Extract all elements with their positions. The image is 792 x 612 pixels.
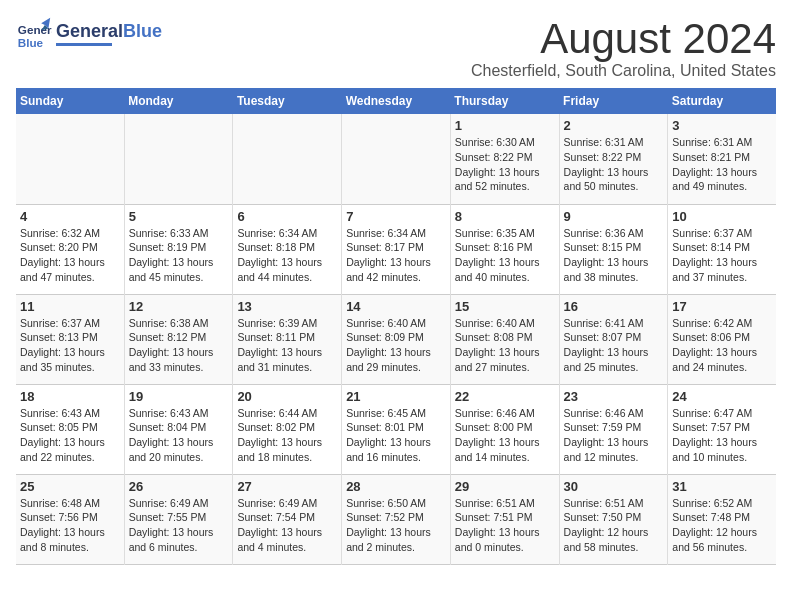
calendar-cell: 11Sunrise: 6:37 AM Sunset: 8:13 PM Dayli… (16, 294, 124, 384)
calendar-cell (233, 114, 342, 204)
day-number: 8 (455, 209, 555, 224)
logo: General Blue GeneralBlue (16, 16, 162, 52)
day-info: Sunrise: 6:49 AM Sunset: 7:54 PM Dayligh… (237, 496, 337, 555)
day-info: Sunrise: 6:51 AM Sunset: 7:51 PM Dayligh… (455, 496, 555, 555)
day-info: Sunrise: 6:34 AM Sunset: 8:17 PM Dayligh… (346, 226, 446, 285)
day-number: 3 (672, 118, 772, 133)
day-info: Sunrise: 6:48 AM Sunset: 7:56 PM Dayligh… (20, 496, 120, 555)
day-info: Sunrise: 6:30 AM Sunset: 8:22 PM Dayligh… (455, 135, 555, 194)
calendar-week-row: 4Sunrise: 6:32 AM Sunset: 8:20 PM Daylig… (16, 204, 776, 294)
day-info: Sunrise: 6:39 AM Sunset: 8:11 PM Dayligh… (237, 316, 337, 375)
title-section: August 2024 Chesterfield, South Carolina… (471, 16, 776, 80)
calendar-cell: 19Sunrise: 6:43 AM Sunset: 8:04 PM Dayli… (124, 384, 233, 474)
day-info: Sunrise: 6:41 AM Sunset: 8:07 PM Dayligh… (564, 316, 664, 375)
day-number: 22 (455, 389, 555, 404)
day-info: Sunrise: 6:42 AM Sunset: 8:06 PM Dayligh… (672, 316, 772, 375)
calendar-cell: 15Sunrise: 6:40 AM Sunset: 8:08 PM Dayli… (450, 294, 559, 384)
logo-general: General (56, 21, 123, 41)
day-number: 9 (564, 209, 664, 224)
calendar-table: SundayMondayTuesdayWednesdayThursdayFrid… (16, 88, 776, 565)
logo-icon: General Blue (16, 16, 52, 52)
day-number: 18 (20, 389, 120, 404)
calendar-week-row: 25Sunrise: 6:48 AM Sunset: 7:56 PM Dayli… (16, 474, 776, 564)
calendar-cell: 18Sunrise: 6:43 AM Sunset: 8:05 PM Dayli… (16, 384, 124, 474)
day-number: 11 (20, 299, 120, 314)
calendar-cell (342, 114, 451, 204)
day-info: Sunrise: 6:50 AM Sunset: 7:52 PM Dayligh… (346, 496, 446, 555)
calendar-cell: 16Sunrise: 6:41 AM Sunset: 8:07 PM Dayli… (559, 294, 668, 384)
calendar-cell: 20Sunrise: 6:44 AM Sunset: 8:02 PM Dayli… (233, 384, 342, 474)
calendar-cell: 22Sunrise: 6:46 AM Sunset: 8:00 PM Dayli… (450, 384, 559, 474)
calendar-week-row: 1Sunrise: 6:30 AM Sunset: 8:22 PM Daylig… (16, 114, 776, 204)
day-info: Sunrise: 6:40 AM Sunset: 8:08 PM Dayligh… (455, 316, 555, 375)
day-number: 30 (564, 479, 664, 494)
day-info: Sunrise: 6:37 AM Sunset: 8:13 PM Dayligh… (20, 316, 120, 375)
calendar-week-row: 11Sunrise: 6:37 AM Sunset: 8:13 PM Dayli… (16, 294, 776, 384)
day-number: 28 (346, 479, 446, 494)
day-number: 15 (455, 299, 555, 314)
calendar-cell: 2Sunrise: 6:31 AM Sunset: 8:22 PM Daylig… (559, 114, 668, 204)
calendar-cell: 29Sunrise: 6:51 AM Sunset: 7:51 PM Dayli… (450, 474, 559, 564)
calendar-header-row: SundayMondayTuesdayWednesdayThursdayFrid… (16, 88, 776, 114)
day-info: Sunrise: 6:31 AM Sunset: 8:22 PM Dayligh… (564, 135, 664, 194)
calendar-cell: 25Sunrise: 6:48 AM Sunset: 7:56 PM Dayli… (16, 474, 124, 564)
day-number: 31 (672, 479, 772, 494)
day-number: 27 (237, 479, 337, 494)
calendar-cell: 9Sunrise: 6:36 AM Sunset: 8:15 PM Daylig… (559, 204, 668, 294)
day-number: 2 (564, 118, 664, 133)
day-info: Sunrise: 6:52 AM Sunset: 7:48 PM Dayligh… (672, 496, 772, 555)
day-info: Sunrise: 6:44 AM Sunset: 8:02 PM Dayligh… (237, 406, 337, 465)
day-number: 4 (20, 209, 120, 224)
calendar-cell: 30Sunrise: 6:51 AM Sunset: 7:50 PM Dayli… (559, 474, 668, 564)
day-info: Sunrise: 6:49 AM Sunset: 7:55 PM Dayligh… (129, 496, 229, 555)
header-day-tuesday: Tuesday (233, 88, 342, 114)
day-number: 17 (672, 299, 772, 314)
day-info: Sunrise: 6:47 AM Sunset: 7:57 PM Dayligh… (672, 406, 772, 465)
calendar-cell: 17Sunrise: 6:42 AM Sunset: 8:06 PM Dayli… (668, 294, 776, 384)
logo-text: GeneralBlue (56, 22, 162, 46)
header-day-wednesday: Wednesday (342, 88, 451, 114)
day-number: 25 (20, 479, 120, 494)
logo-blue: Blue (123, 21, 162, 41)
day-info: Sunrise: 6:45 AM Sunset: 8:01 PM Dayligh… (346, 406, 446, 465)
day-number: 13 (237, 299, 337, 314)
day-number: 20 (237, 389, 337, 404)
day-info: Sunrise: 6:38 AM Sunset: 8:12 PM Dayligh… (129, 316, 229, 375)
calendar-cell: 24Sunrise: 6:47 AM Sunset: 7:57 PM Dayli… (668, 384, 776, 474)
day-number: 12 (129, 299, 229, 314)
day-number: 19 (129, 389, 229, 404)
page-subtitle: Chesterfield, South Carolina, United Sta… (471, 62, 776, 80)
header-day-monday: Monday (124, 88, 233, 114)
day-info: Sunrise: 6:46 AM Sunset: 8:00 PM Dayligh… (455, 406, 555, 465)
calendar-cell: 26Sunrise: 6:49 AM Sunset: 7:55 PM Dayli… (124, 474, 233, 564)
calendar-cell: 28Sunrise: 6:50 AM Sunset: 7:52 PM Dayli… (342, 474, 451, 564)
day-info: Sunrise: 6:40 AM Sunset: 8:09 PM Dayligh… (346, 316, 446, 375)
calendar-cell: 6Sunrise: 6:34 AM Sunset: 8:18 PM Daylig… (233, 204, 342, 294)
day-info: Sunrise: 6:46 AM Sunset: 7:59 PM Dayligh… (564, 406, 664, 465)
day-number: 6 (237, 209, 337, 224)
calendar-cell: 5Sunrise: 6:33 AM Sunset: 8:19 PM Daylig… (124, 204, 233, 294)
calendar-cell: 10Sunrise: 6:37 AM Sunset: 8:14 PM Dayli… (668, 204, 776, 294)
calendar-cell: 23Sunrise: 6:46 AM Sunset: 7:59 PM Dayli… (559, 384, 668, 474)
day-info: Sunrise: 6:43 AM Sunset: 8:04 PM Dayligh… (129, 406, 229, 465)
day-number: 24 (672, 389, 772, 404)
day-number: 7 (346, 209, 446, 224)
day-number: 10 (672, 209, 772, 224)
header-day-thursday: Thursday (450, 88, 559, 114)
calendar-week-row: 18Sunrise: 6:43 AM Sunset: 8:05 PM Dayli… (16, 384, 776, 474)
day-info: Sunrise: 6:36 AM Sunset: 8:15 PM Dayligh… (564, 226, 664, 285)
day-info: Sunrise: 6:31 AM Sunset: 8:21 PM Dayligh… (672, 135, 772, 194)
day-number: 29 (455, 479, 555, 494)
svg-text:Blue: Blue (18, 36, 44, 49)
calendar-cell: 4Sunrise: 6:32 AM Sunset: 8:20 PM Daylig… (16, 204, 124, 294)
day-info: Sunrise: 6:35 AM Sunset: 8:16 PM Dayligh… (455, 226, 555, 285)
calendar-cell: 31Sunrise: 6:52 AM Sunset: 7:48 PM Dayli… (668, 474, 776, 564)
calendar-cell: 7Sunrise: 6:34 AM Sunset: 8:17 PM Daylig… (342, 204, 451, 294)
calendar-cell: 14Sunrise: 6:40 AM Sunset: 8:09 PM Dayli… (342, 294, 451, 384)
calendar-cell: 1Sunrise: 6:30 AM Sunset: 8:22 PM Daylig… (450, 114, 559, 204)
day-number: 23 (564, 389, 664, 404)
day-number: 16 (564, 299, 664, 314)
calendar-cell (16, 114, 124, 204)
header-day-sunday: Sunday (16, 88, 124, 114)
header-day-saturday: Saturday (668, 88, 776, 114)
